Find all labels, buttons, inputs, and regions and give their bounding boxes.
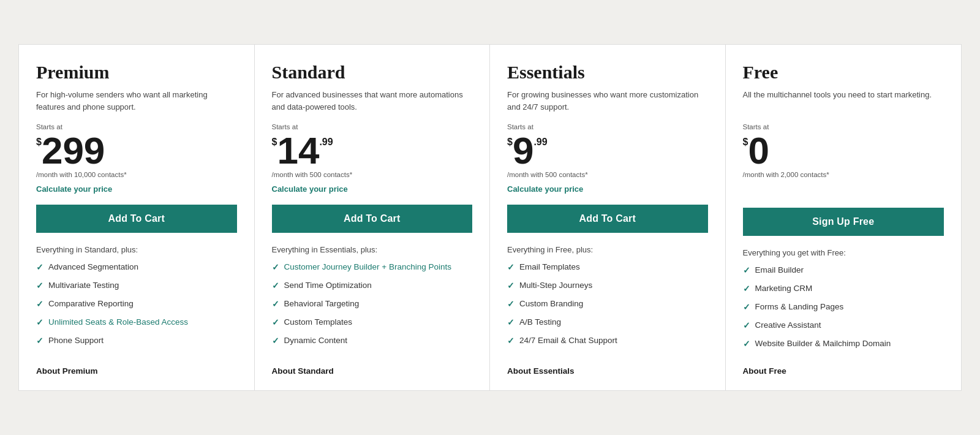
- price-row-premium: $ 299: [36, 132, 237, 170]
- feature-list-essentials: ✓ Email Templates ✓ Multi-Step Journeys …: [507, 262, 708, 356]
- feature-text: Customer Journey Builder + Branching Poi…: [284, 262, 452, 273]
- feature-text: Unlimited Seats & Role-Based Access: [48, 317, 188, 328]
- about-link-free[interactable]: About Free: [743, 366, 944, 376]
- check-icon: ✓: [272, 281, 279, 291]
- feature-item: ✓ Customer Journey Builder + Branching P…: [272, 262, 473, 273]
- feature-text: Multi-Step Journeys: [519, 280, 592, 292]
- check-icon: ✓: [743, 339, 750, 349]
- price-cents-essentials: .99: [533, 137, 547, 148]
- check-icon: ✓: [272, 336, 279, 346]
- feature-item: ✓ A/B Testing: [507, 317, 708, 328]
- feature-item: ✓ Dynamic Content: [272, 335, 473, 347]
- cta-button-premium[interactable]: Add To Cart: [36, 205, 237, 233]
- feature-text: Behavioral Targeting: [284, 298, 360, 310]
- feature-text: Marketing CRM: [755, 283, 813, 295]
- cta-button-essentials[interactable]: Add To Cart: [507, 205, 708, 233]
- feature-item: ✓ Email Builder: [743, 265, 944, 276]
- feature-item: ✓ Behavioral Targeting: [272, 298, 473, 310]
- price-main-essentials: 9: [513, 132, 533, 170]
- feature-text: Dynamic Content: [284, 335, 348, 347]
- starts-at-free: Starts at: [743, 123, 944, 130]
- everything-label-essentials: Everything in Free, plus:: [507, 245, 708, 254]
- feature-list-free: ✓ Email Builder ✓ Marketing CRM ✓ Forms …: [743, 265, 944, 356]
- everything-label-standard: Everything in Essentials, plus:: [272, 245, 473, 254]
- feature-item: ✓ Creative Assistant: [743, 320, 944, 331]
- price-main-premium: 299: [42, 132, 105, 170]
- check-icon: ✓: [272, 317, 279, 328]
- plan-name-premium: Premium: [36, 62, 237, 83]
- feature-text: Email Builder: [755, 265, 804, 276]
- check-icon: ✓: [507, 336, 514, 346]
- plan-card-essentials: Essentials For growing businesses who wa…: [490, 45, 726, 390]
- plan-card-premium: Premium For high-volume senders who want…: [19, 45, 255, 390]
- check-icon: ✓: [507, 262, 514, 273]
- check-icon: ✓: [743, 284, 750, 294]
- feature-item: ✓ Multivariate Testing: [36, 280, 237, 292]
- feature-item: ✓ Advanced Segmentation: [36, 262, 237, 273]
- plan-card-standard: Standard For advanced businesses that wa…: [255, 45, 491, 390]
- feature-text: Website Builder & Mailchimp Domain: [755, 338, 891, 350]
- check-icon: ✓: [36, 281, 43, 291]
- starts-at-essentials: Starts at: [507, 123, 708, 130]
- price-dollar-essentials: $: [507, 137, 513, 148]
- check-icon: ✓: [36, 299, 43, 309]
- feature-text: Email Templates: [519, 262, 580, 273]
- feature-item: ✓ Website Builder & Mailchimp Domain: [743, 338, 944, 350]
- everything-label-premium: Everything in Standard, plus:: [36, 245, 237, 254]
- feature-text: A/B Testing: [519, 317, 561, 328]
- feature-text: 24/7 Email & Chat Support: [519, 335, 617, 347]
- price-main-standard: 14: [277, 132, 319, 170]
- calculate-link-standard[interactable]: Calculate your price: [272, 184, 473, 194]
- check-icon: ✓: [272, 299, 279, 309]
- feature-text: Creative Assistant: [755, 320, 821, 331]
- plan-name-standard: Standard: [272, 62, 473, 83]
- plan-card-free: Free All the multichannel tools you need…: [726, 45, 962, 390]
- price-dollar-standard: $: [272, 137, 277, 148]
- price-main-free: 0: [748, 132, 769, 170]
- feature-text: Custom Templates: [284, 317, 353, 328]
- feature-item: ✓ Custom Templates: [272, 317, 473, 328]
- check-icon: ✓: [743, 302, 750, 312]
- check-icon: ✓: [36, 317, 43, 328]
- cta-button-free[interactable]: Sign Up Free: [743, 208, 944, 236]
- price-cents-standard: .99: [319, 137, 333, 148]
- price-dollar-free: $: [743, 137, 748, 148]
- calculate-link-essentials[interactable]: Calculate your price: [507, 184, 708, 194]
- check-icon: ✓: [743, 265, 750, 276]
- price-sub-premium: /month with 10,000 contacts*: [36, 171, 237, 178]
- feature-item: ✓ Multi-Step Journeys: [507, 280, 708, 292]
- check-icon: ✓: [507, 317, 514, 328]
- price-sub-essentials: /month with 500 contacts*: [507, 171, 708, 178]
- cta-button-standard[interactable]: Add To Cart: [272, 205, 473, 233]
- check-icon: ✓: [36, 336, 43, 346]
- feature-text: Send Time Optimization: [284, 280, 372, 292]
- price-dollar-premium: $: [36, 137, 42, 148]
- plan-description-premium: For high-volume senders who want all mar…: [36, 89, 237, 113]
- feature-item: ✓ Forms & Landing Pages: [743, 301, 944, 313]
- everything-label-free: Everything you get with Free:: [743, 248, 944, 257]
- price-sub-standard: /month with 500 contacts*: [272, 171, 473, 178]
- feature-text: Comparative Reporting: [48, 298, 134, 310]
- about-link-essentials[interactable]: About Essentials: [507, 366, 708, 376]
- check-icon: ✓: [272, 262, 279, 273]
- price-sub-free: /month with 2,000 contacts*: [743, 171, 944, 178]
- plan-description-essentials: For growing businesses who want more cus…: [507, 89, 708, 113]
- feature-item: ✓ Comparative Reporting: [36, 298, 237, 310]
- feature-item: ✓ Phone Support: [36, 335, 237, 347]
- about-link-standard[interactable]: About Standard: [272, 366, 473, 376]
- about-link-premium[interactable]: About Premium: [36, 366, 237, 376]
- feature-item: ✓ Marketing CRM: [743, 283, 944, 295]
- calculate-link-premium[interactable]: Calculate your price: [36, 184, 237, 194]
- feature-text: Multivariate Testing: [48, 280, 119, 292]
- pricing-grid: Premium For high-volume senders who want…: [18, 44, 962, 390]
- feature-text: Custom Branding: [519, 298, 583, 310]
- feature-item: ✓ Unlimited Seats & Role-Based Access: [36, 317, 237, 328]
- feature-text: Phone Support: [48, 335, 104, 347]
- check-icon: ✓: [36, 262, 43, 273]
- feature-list-premium: ✓ Advanced Segmentation ✓ Multivariate T…: [36, 262, 237, 356]
- feature-text: Advanced Segmentation: [48, 262, 138, 273]
- price-row-free: $ 0: [743, 132, 944, 170]
- plan-description-free: All the multichannel tools you need to s…: [743, 89, 944, 113]
- plan-description-standard: For advanced businesses that want more a…: [272, 89, 473, 113]
- feature-list-standard: ✓ Customer Journey Builder + Branching P…: [272, 262, 473, 356]
